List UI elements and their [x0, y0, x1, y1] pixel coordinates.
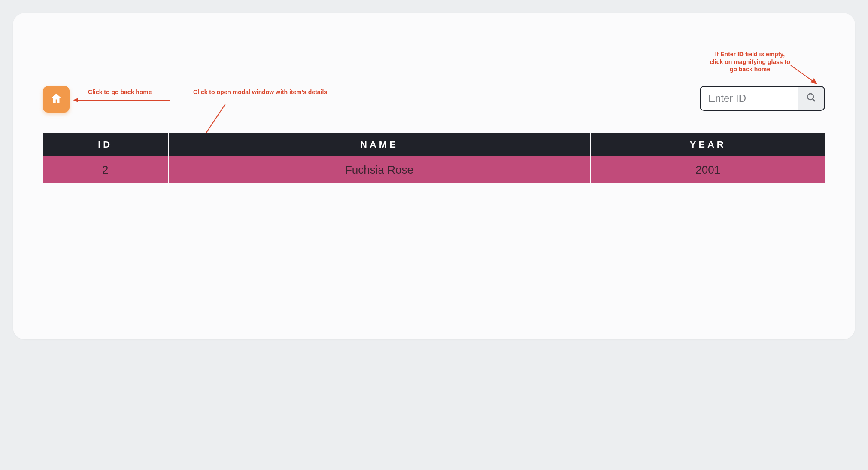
cell-id[interactable]: 2 [43, 156, 168, 183]
cell-year[interactable]: 2001 [590, 156, 825, 183]
arrow-to-home [73, 97, 172, 104]
svg-marker-5 [810, 78, 817, 84]
home-button[interactable] [43, 86, 70, 113]
annotation-home-hint: Click to go back home [88, 89, 152, 96]
results-table: ID NAME YEAR 2 Fuchsia Rose 2001 [43, 133, 825, 183]
svg-line-4 [791, 65, 815, 82]
search-button[interactable] [798, 86, 825, 111]
col-header-id: ID [43, 133, 168, 156]
table-header-row: ID NAME YEAR [43, 133, 825, 156]
main-card: Click to go back home Click to open moda… [13, 13, 855, 339]
search-input[interactable] [700, 86, 798, 111]
cell-name[interactable]: Fuchsia Rose [168, 156, 591, 183]
annotation-modal-hint: Click to open modal window with item's d… [193, 89, 327, 96]
annotation-search-hint: If Enter ID field is empty, click on mag… [709, 51, 791, 73]
svg-marker-1 [73, 98, 78, 102]
search-group [700, 86, 825, 111]
search-icon [806, 92, 816, 104]
col-header-year: YEAR [590, 133, 825, 156]
table-row[interactable]: 2 Fuchsia Rose 2001 [43, 156, 825, 183]
col-header-name: NAME [168, 133, 591, 156]
svg-point-6 [807, 94, 813, 100]
home-icon [50, 92, 63, 107]
arrow-to-search [790, 64, 820, 88]
svg-line-7 [813, 99, 816, 102]
